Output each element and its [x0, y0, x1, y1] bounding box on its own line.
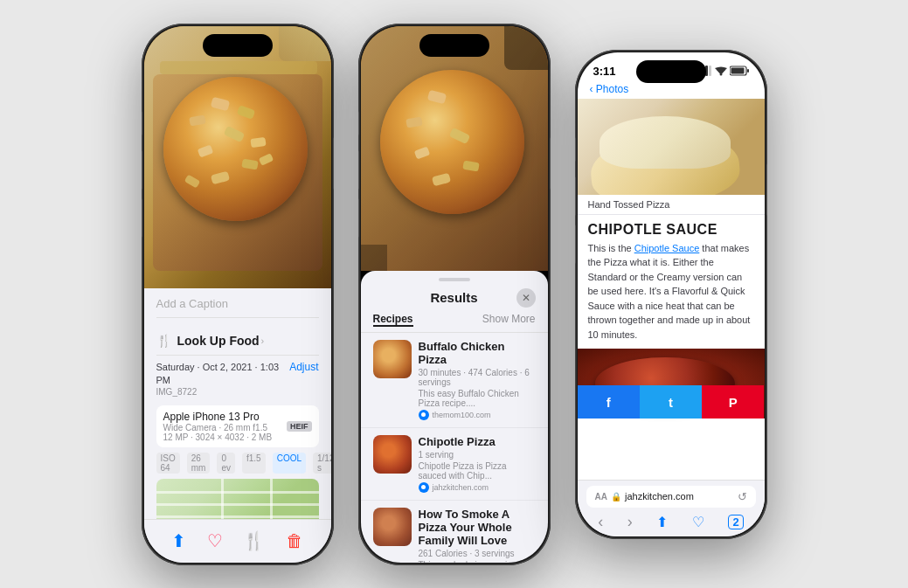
recipe-info-2: Chipotle Pizza 1 serving Chipotle Pizza …	[419, 435, 536, 493]
dynamic-island-1	[203, 34, 273, 57]
recipe-meta-2: 1 serving	[419, 450, 536, 460]
heif-badge: HEIF	[287, 421, 312, 432]
close-button[interactable]: ✕	[516, 288, 536, 308]
power-button-3	[766, 163, 767, 216]
toolbar-bottom: ⬆ ♡ 🍴 🗑	[144, 519, 331, 563]
url-domain: jahzkitchen.com	[625, 491, 694, 502]
share-icon[interactable]: ⬆	[171, 530, 186, 551]
mute-button-1	[142, 111, 142, 135]
recipe-info-1: Buffalo Chicken Pizza 30 minutes · 474 C…	[419, 340, 536, 420]
date-row: Saturday · Oct 2, 2021 · 1:03 PM IMG_872…	[156, 361, 319, 403]
reload-icon[interactable]: ↺	[738, 490, 747, 503]
pinterest-share-button[interactable]: P	[702, 385, 764, 419]
device-row: Apple iPhone 13 Pro Wide Camera · 26 mm …	[156, 405, 319, 447]
recipe-name-1: Buffalo Chicken Pizza	[419, 340, 536, 366]
exif-row: ISO 64 26 mm 0 ev f1.5 COOL 1/120 s	[156, 453, 319, 474]
source-dot-2	[419, 482, 429, 493]
chipotle-link[interactable]: Chipotle Sauce	[634, 243, 700, 253]
phone2-screen: Results ✕ Recipes Show More Buffalo Chic…	[361, 26, 548, 563]
recipe-name-3: How To Smoke A Pizza Your Whole Family W…	[419, 508, 536, 547]
phone1-pizza-image	[144, 26, 331, 288]
results-panel: Results ✕ Recipes Show More Buffalo Chic…	[361, 271, 548, 563]
photo-date: Saturday · Oct 2, 2021 · 1:03 PM	[156, 361, 290, 388]
lock-icon: 🔒	[611, 492, 621, 502]
recipe-desc-2: Chipotle Pizza is Pizza sauced with Chip…	[419, 461, 536, 481]
volume-down-1	[142, 198, 142, 238]
phone3-screen: 3:11 ‹ Photos Hand Tossed Pizza CHIPOTLE…	[578, 52, 765, 536]
status-time: 3:11	[593, 65, 616, 78]
source-dot-1	[419, 410, 429, 420]
web-food-image: f t P	[578, 349, 765, 419]
mute-button-2	[358, 111, 359, 135]
phones-container: Add a Caption 🍴 Look Up Food › Saturday …	[124, 6, 785, 583]
adjust-button[interactable]: Adjust	[289, 361, 318, 373]
web-pizza-image	[578, 99, 765, 195]
heart-icon[interactable]: ♡	[207, 530, 223, 551]
browser-share-icon[interactable]: ⬆	[656, 514, 668, 530]
volume-down-3	[575, 225, 576, 264]
recipe-item-2[interactable]: Chipotle Pizza 1 serving Chipotle Pizza …	[361, 428, 548, 501]
url-bar[interactable]: AA 🔒 jahzkitchen.com ↺	[586, 486, 756, 508]
svg-rect-6	[731, 68, 744, 74]
recipe-name-2: Chipotle Pizza	[419, 435, 536, 448]
fork-knife-icon: 🍴	[156, 333, 172, 349]
recipe-source-1: themom100.com	[419, 410, 536, 420]
caption-field[interactable]: Add a Caption	[156, 297, 319, 318]
photo-filename: IMG_8722	[156, 387, 290, 397]
phone1-info-panel: Add a Caption 🍴 Look Up Food › Saturday …	[144, 288, 331, 563]
recipe-item-1[interactable]: Buffalo Chicken Pizza 30 minutes · 474 C…	[361, 333, 548, 428]
trash-icon[interactable]: 🗑	[286, 531, 303, 551]
results-title: Results	[392, 290, 516, 305]
recipe-info-3: How To Smoke A Pizza Your Whole Family W…	[419, 508, 536, 563]
twitter-share-button[interactable]: t	[640, 385, 702, 419]
volume-up-3	[575, 176, 576, 216]
back-arrow[interactable]: ‹	[598, 513, 603, 531]
forward-arrow[interactable]: ›	[627, 513, 633, 531]
power-button-1	[333, 137, 334, 190]
recipe-meta-1: 30 minutes · 474 Calories · 6 servings	[419, 368, 536, 387]
exif-iso: ISO 64	[156, 453, 180, 474]
recipe-thumb-1	[373, 340, 412, 378]
lookup-row[interactable]: 🍴 Look Up Food ›	[156, 327, 319, 356]
tab-show-more[interactable]: Show More	[482, 313, 536, 327]
recipe-thumb-2	[373, 435, 412, 474]
back-nav[interactable]: ‹ Photos	[578, 81, 765, 99]
volume-down-2	[358, 198, 359, 238]
recipe-desc-3: This smoked pizza recipe is one of my f.…	[419, 560, 536, 563]
volume-up-1	[142, 150, 142, 190]
svg-point-4	[719, 73, 722, 76]
tab-recipes[interactable]: Recipes	[373, 313, 413, 327]
nav-bar: ‹ › ⬆ ♡ 2	[586, 513, 756, 531]
share-bar: f t P	[578, 385, 765, 419]
phone1-screen: Add a Caption 🍴 Look Up Food › Saturday …	[144, 26, 331, 563]
exif-mm: 26 mm	[187, 453, 211, 474]
phone-3: 3:11 ‹ Photos Hand Tossed Pizza CHIPOTLE…	[575, 50, 767, 539]
svg-rect-3	[709, 66, 711, 76]
recipe-item-3[interactable]: How To Smoke A Pizza Your Whole Family W…	[361, 501, 548, 563]
url-bar-left: AA 🔒 jahzkitchen.com	[595, 491, 694, 502]
facebook-share-button[interactable]: f	[578, 385, 640, 419]
volume-up-2	[358, 150, 359, 190]
text-size-button[interactable]: AA	[595, 492, 607, 502]
camera-info: Wide Camera · 26 mm f1.5	[163, 423, 273, 432]
web-caption: Hand Tossed Pizza	[578, 195, 765, 215]
exif-ev: 0 ev	[217, 453, 235, 474]
results-header: Results ✕	[361, 281, 548, 313]
source-name-1: themom100.com	[433, 411, 491, 419]
bookmark-icon[interactable]: ♡	[692, 514, 704, 530]
lookup-icon[interactable]: 🍴	[243, 530, 265, 551]
source-name-2: jahzkitchen.com	[433, 483, 489, 492]
recipe-source-2: jahzkitchen.com	[419, 482, 536, 493]
exif-shutter: 1/120 s	[313, 453, 331, 474]
tabs-button[interactable]: 2	[728, 515, 743, 529]
recipe-thumb-3	[373, 508, 412, 546]
web-body-text: This is the Chipotle Sauce that makes th…	[578, 241, 765, 349]
dynamic-island-2	[419, 34, 489, 57]
recipe-desc-1: This easy Buffalo Chicken Pizza recipe..…	[419, 389, 536, 408]
recipe-meta-3: 261 Calories · 3 servings	[419, 549, 536, 558]
results-tabs: Recipes Show More	[361, 313, 548, 333]
svg-rect-7	[747, 69, 749, 73]
mute-button-3	[575, 137, 576, 162]
exif-f: f1.5	[242, 453, 266, 474]
browser-bar: AA 🔒 jahzkitchen.com ↺ ‹ › ⬆ ♡ 2	[578, 480, 765, 536]
